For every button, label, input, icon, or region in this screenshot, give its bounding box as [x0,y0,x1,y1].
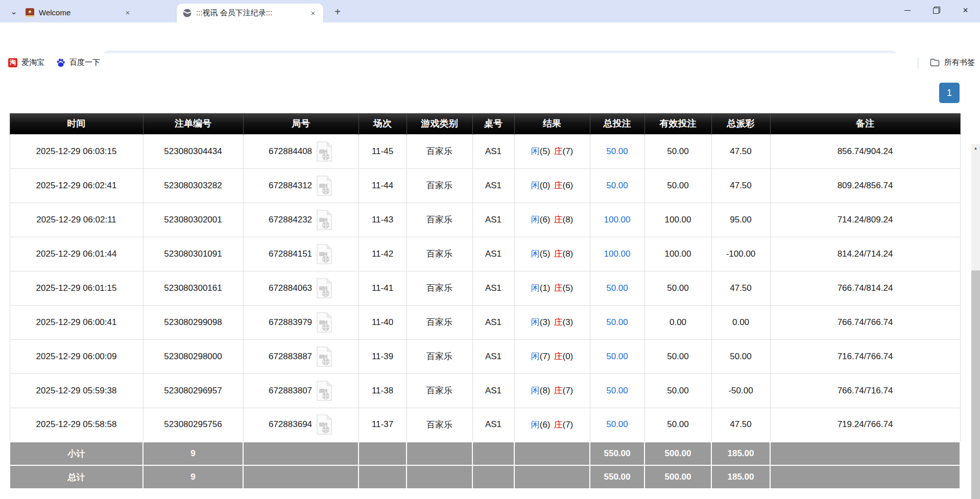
cell-payout: 50.00 [711,339,770,373]
cell-bet-no: 523080299098 [143,305,243,339]
total-bet-link[interactable]: 50.00 [606,181,628,190]
player-label: 闲 [531,146,540,156]
banker-label: 庄 [554,420,563,430]
all-bookmarks-label: 所有书签 [944,58,975,67]
total-bet-link[interactable]: 100.00 [604,249,631,259]
round-number: 672883694 [269,419,312,430]
cell-valid-bet: 50.00 [644,373,711,408]
video-replay-icon[interactable] [316,209,333,231]
baidu-paw-icon [56,58,65,67]
cell-result: 闲(8)庄(7) [514,373,590,408]
bookmarks-bar: 淘 爱淘宝 百度一下 所有书签 [0,53,980,72]
total-bet-link[interactable]: 50.00 [606,317,628,327]
cell-time: 2025-12-29 06:02:41 [10,168,143,203]
video-replay-icon[interactable] [316,380,333,402]
plus-icon: + [334,6,341,18]
video-replay-icon[interactable] [316,346,333,367]
close-icon: × [963,5,968,16]
table-row: 2025-12-29 05:58:58 523080295756 6728836… [10,408,960,442]
cell-valid-bet: 50.00 [644,168,711,203]
cell-time: 2025-12-29 06:02:11 [10,203,143,237]
video-replay-icon[interactable] [316,243,333,265]
banker-score: (8) [563,249,573,259]
cell-payout: -100.00 [711,237,770,271]
cell-table-no: AS1 [472,134,514,168]
cell-remark: 814.24/714.24 [770,237,960,271]
player-label: 闲 [531,181,540,190]
vertical-scrollbar[interactable]: ▲ ▼ [971,144,980,499]
pagination-page-1-button[interactable]: 1 [939,83,960,103]
cell-round-no: 672883887 [243,339,358,373]
tab-bet-records[interactable]: :::视讯 会员下注纪录::: × [177,4,323,22]
player-score: (3) [540,317,551,327]
video-replay-icon[interactable] [316,278,333,299]
bet-records-table: 时间 注单编号 局号 场次 游戏类别 桌号 结果 总投注 有效投注 总派彩 备注… [9,113,961,489]
cell-bet-no: 523080302001 [143,203,243,237]
cell-time: 2025-12-29 05:59:38 [10,373,143,408]
player-label: 闲 [531,420,540,430]
cell-total-bet: 50.00 [590,408,644,442]
cell-bet-no: 523080303282 [143,168,243,203]
col-game-type: 游戏类别 [407,113,472,134]
browser-toolbar: ← → ⟳ ⌂ videoie.com/game/betrecord_searc… [0,22,980,53]
cell-table-no: AS1 [472,339,514,373]
cell-round-no: 672884063 [243,271,358,305]
total-bet-link[interactable]: 50.00 [606,352,628,361]
player-label: 闲 [531,249,540,259]
player-score: (7) [540,352,551,361]
cell-remark: 766.74/716.74 [770,373,960,408]
close-icon[interactable]: × [123,7,133,17]
bookmark-baidu[interactable]: 百度一下 [52,56,104,69]
cell-remark: 856.74/904.24 [770,134,960,168]
tab-search-button[interactable]: ⌄ [7,5,20,18]
video-replay-icon[interactable] [316,141,333,162]
window-controls: × [893,0,980,20]
subtotal-valid-bet: 500.00 [644,442,711,465]
banker-score: (6) [563,181,573,190]
chevron-down-icon: ⌄ [11,7,17,16]
cell-round-no: 672883979 [243,305,358,339]
video-replay-icon[interactable] [316,312,333,333]
scrollbar-thumb[interactable] [971,270,980,499]
video-replay-icon[interactable] [316,414,333,435]
bookmark-label: 百度一下 [69,58,100,67]
cell-bet-no: 523080301091 [143,237,243,271]
close-icon[interactable]: × [308,8,318,18]
cell-table-no: AS1 [472,168,514,203]
scroll-up-button[interactable]: ▲ [971,144,980,153]
round-number: 672883807 [269,386,312,396]
bookmark-aitaobao[interactable]: 淘 爱淘宝 [4,56,49,69]
banker-label: 庄 [554,283,563,293]
close-window-button[interactable]: × [951,0,980,20]
total-bet-link[interactable]: 100.00 [604,215,631,224]
banker-score: (7) [563,386,573,395]
cell-payout: 47.50 [711,168,770,203]
banker-label: 庄 [554,317,563,327]
cell-payout: -50.00 [711,373,770,408]
page-content: 1 时间 注单编号 局号 场次 游戏类别 桌号 结果 总投注 有效投注 总 [0,72,980,499]
total-bet-link[interactable]: 50.00 [606,283,628,293]
minimize-button[interactable] [893,0,922,20]
all-bookmarks-button[interactable]: 所有书签 [918,56,975,69]
new-tab-button[interactable]: + [331,5,344,18]
cell-total-bet: 100.00 [590,203,644,237]
scroll-up-icon: ▲ [974,146,978,151]
player-score: (6) [540,215,551,224]
cell-table-no: AS1 [472,203,514,237]
cell-session: 11-40 [358,305,407,339]
restore-button[interactable] [922,0,951,20]
total-bet-link[interactable]: 50.00 [606,146,628,156]
cell-valid-bet: 50.00 [644,271,711,305]
total-bet-link[interactable]: 50.00 [606,419,628,429]
cell-valid-bet: 50.00 [644,408,711,442]
total-bet-link[interactable]: 50.00 [606,386,628,395]
casino-spade-favicon-icon: ♠ [26,8,34,17]
player-score: (1) [540,283,551,293]
tab-welcome[interactable]: ♠ Welcome × [19,4,138,21]
player-score: (6) [540,420,551,430]
cell-valid-bet: 0.00 [644,305,711,339]
cell-bet-no: 523080296957 [143,373,243,408]
col-result: 结果 [514,113,590,134]
video-replay-icon[interactable] [316,175,333,196]
subtotal-label: 小计 [10,442,143,465]
